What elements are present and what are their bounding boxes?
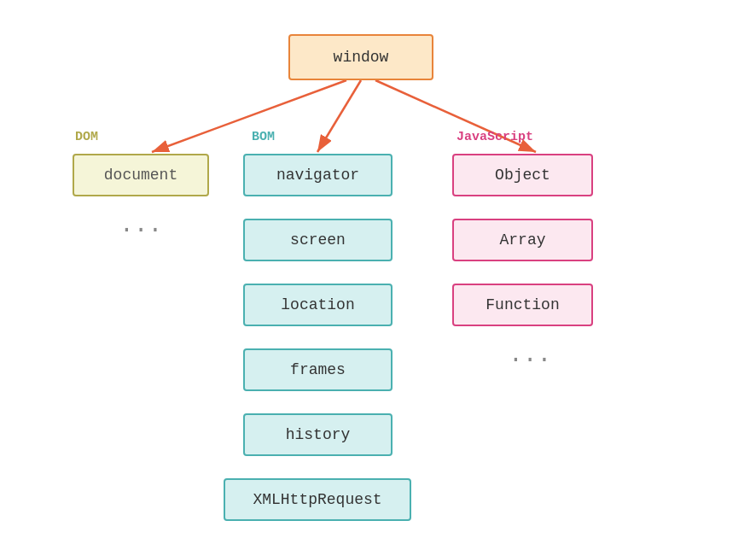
history-label: history (286, 426, 351, 443)
navigator-label: navigator (276, 167, 359, 184)
document-label: document (104, 167, 177, 184)
frames-label: frames (290, 361, 346, 378)
screen-label: screen (290, 231, 346, 249)
array-box: Array (452, 219, 593, 261)
bom-label: BOM (252, 130, 275, 144)
svg-line-1 (152, 80, 346, 152)
frames-box: frames (243, 348, 393, 391)
history-box: history (243, 413, 393, 456)
xmlhttprequest-label: XMLHttpRequest (253, 491, 381, 508)
function-box: Function (452, 284, 593, 326)
array-label: Array (499, 231, 545, 249)
dom-label: DOM (75, 130, 98, 144)
document-box: document (73, 154, 209, 196)
diagram: window DOM BOM JavaScript document ... n… (0, 0, 756, 550)
window-label: window (334, 49, 389, 66)
location-label: location (281, 296, 354, 313)
dom-ellipsis: ... (119, 212, 162, 238)
navigator-box: navigator (243, 154, 393, 196)
js-ellipsis: ... (509, 342, 551, 368)
svg-line-2 (317, 80, 361, 152)
js-label: JavaScript (457, 130, 533, 144)
object-label: Object (495, 167, 550, 184)
function-label: Function (486, 296, 559, 313)
arrows-svg (0, 0, 756, 550)
screen-box: screen (243, 219, 393, 261)
xmlhttprequest-box: XMLHttpRequest (224, 478, 411, 521)
location-box: location (243, 284, 393, 326)
window-box: window (288, 34, 433, 80)
object-box: Object (452, 154, 593, 196)
